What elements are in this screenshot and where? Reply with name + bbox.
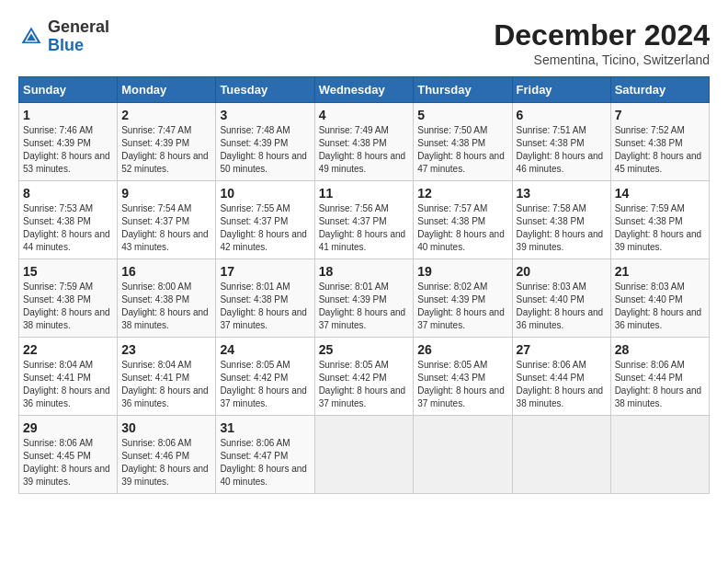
title-section: December 2024 Sementina, Ticino, Switzer… <box>494 18 710 67</box>
day-number: 15 <box>23 264 113 279</box>
weekday-header-wednesday: Wednesday <box>314 77 414 103</box>
day-info: Sunrise: 8:03 AMSunset: 4:40 PMDaylight:… <box>517 281 607 332</box>
day-number: 16 <box>121 264 211 279</box>
day-number: 22 <box>23 342 113 357</box>
calendar-cell: 15Sunrise: 7:59 AMSunset: 4:38 PMDayligh… <box>19 259 118 338</box>
day-info: Sunrise: 8:04 AMSunset: 4:41 PMDaylight:… <box>121 359 211 410</box>
day-info: Sunrise: 8:06 AMSunset: 4:45 PMDaylight:… <box>23 437 113 488</box>
weekday-header-sunday: Sunday <box>19 77 118 103</box>
day-number: 2 <box>121 108 211 122</box>
day-info: Sunrise: 7:53 AMSunset: 4:38 PMDaylight:… <box>23 202 113 254</box>
day-number: 24 <box>220 342 310 357</box>
day-number: 3 <box>220 108 310 122</box>
location-subtitle: Sementina, Ticino, Switzerland <box>494 52 710 67</box>
day-info: Sunrise: 8:06 AMSunset: 4:44 PMDaylight:… <box>517 359 607 410</box>
day-number: 29 <box>23 420 113 435</box>
calendar-cell: 16Sunrise: 8:00 AMSunset: 4:38 PMDayligh… <box>118 259 216 338</box>
day-info: Sunrise: 8:00 AMSunset: 4:38 PMDaylight:… <box>121 281 211 332</box>
day-info: Sunrise: 7:47 AMSunset: 4:39 PMDaylight:… <box>121 124 211 176</box>
calendar-cell: 11Sunrise: 7:56 AMSunset: 4:37 PMDayligh… <box>314 181 414 259</box>
day-info: Sunrise: 7:50 AMSunset: 4:38 PMDaylight:… <box>417 124 507 176</box>
calendar-cell: 2Sunrise: 7:47 AMSunset: 4:39 PMDaylight… <box>118 103 216 181</box>
week-row-5: 29Sunrise: 8:06 AMSunset: 4:45 PMDayligh… <box>19 416 710 494</box>
calendar-cell: 8Sunrise: 7:53 AMSunset: 4:38 PMDaylight… <box>19 181 118 259</box>
day-info: Sunrise: 7:52 AMSunset: 4:38 PMDaylight:… <box>615 124 705 176</box>
calendar-cell: 7Sunrise: 7:52 AMSunset: 4:38 PMDaylight… <box>610 103 709 181</box>
day-number: 5 <box>417 108 507 122</box>
calendar-cell: 26Sunrise: 8:05 AMSunset: 4:43 PMDayligh… <box>414 338 512 416</box>
day-number: 12 <box>417 186 507 201</box>
day-info: Sunrise: 7:49 AMSunset: 4:38 PMDaylight:… <box>319 124 410 176</box>
calendar-cell <box>610 416 709 494</box>
day-number: 23 <box>121 342 211 357</box>
calendar-header: SundayMondayTuesdayWednesdayThursdayFrid… <box>19 77 710 103</box>
day-number: 6 <box>517 108 607 122</box>
day-info: Sunrise: 8:06 AMSunset: 4:46 PMDaylight:… <box>121 437 211 488</box>
day-number: 9 <box>121 186 211 201</box>
day-number: 17 <box>220 264 310 279</box>
weekday-header-monday: Monday <box>118 77 216 103</box>
day-number: 10 <box>220 186 310 201</box>
day-info: Sunrise: 8:06 AMSunset: 4:44 PMDaylight:… <box>615 359 705 410</box>
day-number: 7 <box>615 108 705 122</box>
day-info: Sunrise: 7:48 AMSunset: 4:39 PMDaylight:… <box>220 124 310 176</box>
week-row-3: 15Sunrise: 7:59 AMSunset: 4:38 PMDayligh… <box>19 259 710 338</box>
day-number: 4 <box>319 108 410 122</box>
calendar-cell: 10Sunrise: 7:55 AMSunset: 4:37 PMDayligh… <box>216 181 314 259</box>
day-info: Sunrise: 8:04 AMSunset: 4:41 PMDaylight:… <box>23 359 113 410</box>
week-row-1: 1Sunrise: 7:46 AMSunset: 4:39 PMDaylight… <box>19 103 710 181</box>
calendar-cell: 4Sunrise: 7:49 AMSunset: 4:38 PMDaylight… <box>314 103 414 181</box>
page-header: General Blue December 2024 Sementina, Ti… <box>18 18 710 67</box>
calendar-cell <box>414 416 512 494</box>
day-info: Sunrise: 8:02 AMSunset: 4:39 PMDaylight:… <box>417 281 507 332</box>
day-info: Sunrise: 8:03 AMSunset: 4:40 PMDaylight:… <box>615 281 705 332</box>
day-number: 1 <box>23 108 113 122</box>
calendar-cell: 30Sunrise: 8:06 AMSunset: 4:46 PMDayligh… <box>118 416 216 494</box>
calendar-table: SundayMondayTuesdayWednesdayThursdayFrid… <box>18 76 710 494</box>
day-info: Sunrise: 7:59 AMSunset: 4:38 PMDaylight:… <box>23 281 113 332</box>
logo-icon <box>18 24 44 50</box>
day-info: Sunrise: 7:51 AMSunset: 4:38 PMDaylight:… <box>517 124 607 176</box>
calendar-cell: 18Sunrise: 8:01 AMSunset: 4:39 PMDayligh… <box>314 259 414 338</box>
day-number: 27 <box>517 342 607 357</box>
day-number: 8 <box>23 186 113 201</box>
day-number: 30 <box>121 420 211 435</box>
calendar-cell <box>314 416 414 494</box>
day-number: 21 <box>615 264 705 279</box>
weekday-header-friday: Friday <box>512 77 610 103</box>
day-info: Sunrise: 8:01 AMSunset: 4:39 PMDaylight:… <box>319 281 410 332</box>
day-info: Sunrise: 7:55 AMSunset: 4:37 PMDaylight:… <box>220 202 310 254</box>
day-info: Sunrise: 7:56 AMSunset: 4:37 PMDaylight:… <box>319 202 410 254</box>
week-row-2: 8Sunrise: 7:53 AMSunset: 4:38 PMDaylight… <box>19 181 710 259</box>
calendar-cell: 25Sunrise: 8:05 AMSunset: 4:42 PMDayligh… <box>314 338 414 416</box>
calendar-cell: 28Sunrise: 8:06 AMSunset: 4:44 PMDayligh… <box>610 338 709 416</box>
day-info: Sunrise: 7:54 AMSunset: 4:37 PMDaylight:… <box>121 202 211 254</box>
day-info: Sunrise: 8:05 AMSunset: 4:42 PMDaylight:… <box>319 359 410 410</box>
day-number: 18 <box>319 264 410 279</box>
calendar-cell: 14Sunrise: 7:59 AMSunset: 4:38 PMDayligh… <box>610 181 709 259</box>
calendar-cell: 1Sunrise: 7:46 AMSunset: 4:39 PMDaylight… <box>19 103 118 181</box>
calendar-cell: 3Sunrise: 7:48 AMSunset: 4:39 PMDaylight… <box>216 103 314 181</box>
calendar-cell: 9Sunrise: 7:54 AMSunset: 4:37 PMDaylight… <box>118 181 216 259</box>
calendar-cell: 21Sunrise: 8:03 AMSunset: 4:40 PMDayligh… <box>610 259 709 338</box>
day-info: Sunrise: 8:06 AMSunset: 4:47 PMDaylight:… <box>220 437 310 488</box>
day-number: 13 <box>517 186 607 201</box>
calendar-cell: 22Sunrise: 8:04 AMSunset: 4:41 PMDayligh… <box>19 338 118 416</box>
logo: General Blue <box>18 18 109 55</box>
calendar-cell: 5Sunrise: 7:50 AMSunset: 4:38 PMDaylight… <box>414 103 512 181</box>
weekday-header-row: SundayMondayTuesdayWednesdayThursdayFrid… <box>19 77 710 103</box>
day-number: 11 <box>319 186 410 201</box>
calendar-cell <box>512 416 610 494</box>
calendar-cell: 12Sunrise: 7:57 AMSunset: 4:38 PMDayligh… <box>414 181 512 259</box>
day-info: Sunrise: 7:59 AMSunset: 4:38 PMDaylight:… <box>615 202 705 254</box>
day-number: 20 <box>517 264 607 279</box>
calendar-cell: 31Sunrise: 8:06 AMSunset: 4:47 PMDayligh… <box>216 416 314 494</box>
calendar-cell: 27Sunrise: 8:06 AMSunset: 4:44 PMDayligh… <box>512 338 610 416</box>
day-number: 26 <box>417 342 507 357</box>
calendar-cell: 29Sunrise: 8:06 AMSunset: 4:45 PMDayligh… <box>19 416 118 494</box>
weekday-header-saturday: Saturday <box>610 77 709 103</box>
week-row-4: 22Sunrise: 8:04 AMSunset: 4:41 PMDayligh… <box>19 338 710 416</box>
day-number: 31 <box>220 420 310 435</box>
calendar-cell: 17Sunrise: 8:01 AMSunset: 4:38 PMDayligh… <box>216 259 314 338</box>
calendar-cell: 13Sunrise: 7:58 AMSunset: 4:38 PMDayligh… <box>512 181 610 259</box>
